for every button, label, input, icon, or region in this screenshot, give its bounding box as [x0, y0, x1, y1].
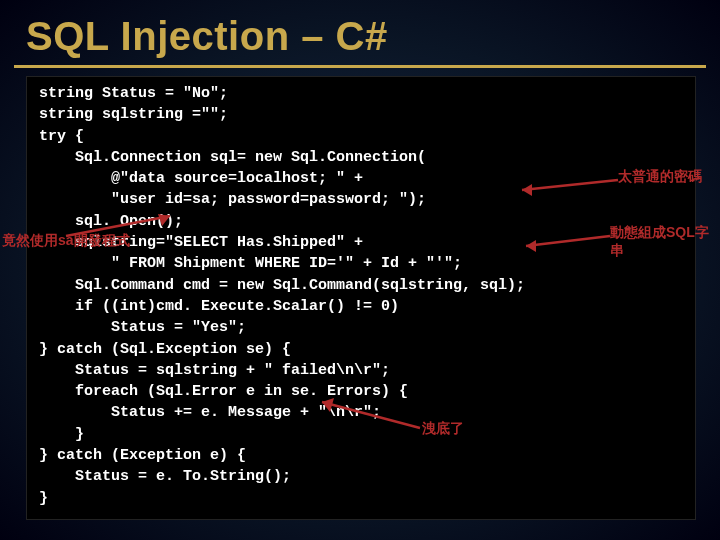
title-underline	[14, 65, 706, 68]
code-block: string Status = "No"; string sqlstring =…	[26, 76, 696, 520]
slide: SQL Injection – C# string Status = "No";…	[0, 0, 720, 540]
slide-title: SQL Injection – C#	[0, 0, 720, 63]
